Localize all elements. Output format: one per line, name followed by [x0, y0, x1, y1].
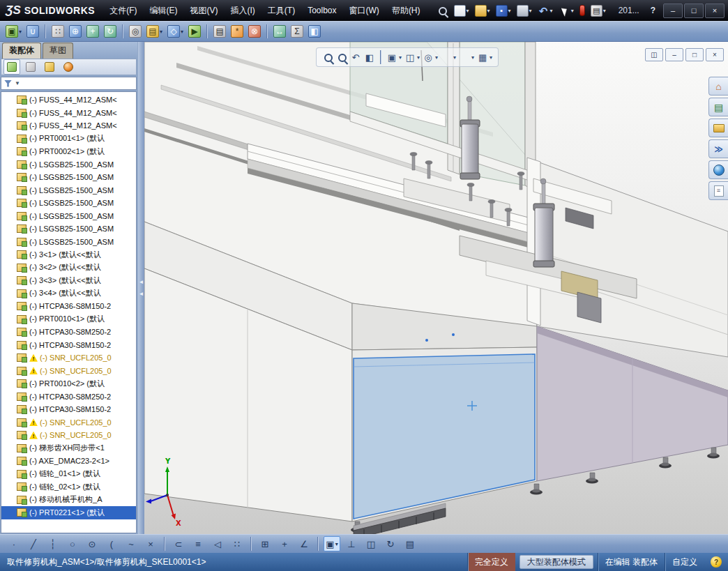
grid-icon[interactable]: ⊞ — [257, 536, 273, 551]
tab-assembly[interactable]: 装配体 — [2, 43, 41, 59]
circle-icon[interactable]: ○ — [64, 536, 81, 551]
move-component-icon[interactable]: + — [85, 23, 100, 40]
filter-dropdown-icon[interactable]: ▼ — [15, 80, 20, 86]
appearances-scenes-icon[interactable] — [708, 160, 728, 179]
collapse-arrow-icon[interactable]: ◄ — [139, 291, 144, 297]
spline-icon[interactable]: ~ — [123, 536, 139, 551]
maximize-button[interactable]: □ — [684, 3, 704, 18]
collapse-arrow-icon[interactable]: ◄ — [139, 279, 144, 285]
status-large-assembly-mode[interactable]: 大型装配体模式 — [520, 555, 593, 569]
edit-appearance-icon[interactable]: ▾ — [441, 52, 456, 63]
tree-item[interactable]: (-) 3<4> (默认<<默认 — [1, 287, 136, 300]
graphics-area[interactable]: Y X Z — [144, 42, 728, 534]
mate-icon[interactable]: ∪ — [25, 23, 40, 40]
interference-detection-icon[interactable]: ⊗ — [247, 23, 262, 40]
linear-sketch-pattern-icon[interactable]: ∷ — [229, 536, 245, 551]
menu-file[interactable]: 文件(F) — [103, 0, 143, 21]
line-icon[interactable]: ╱ — [25, 536, 42, 551]
solidworks-resources-icon[interactable]: ⌂ — [708, 77, 728, 96]
sketch-point-icon[interactable]: · — [6, 536, 22, 551]
menu-help[interactable]: 帮助(H) — [386, 0, 427, 21]
tree-item[interactable]: (-) 3<1> (默认<<默认 — [1, 248, 136, 261]
tree-item[interactable]: (-) LSGSB25-1500_ASM — [1, 184, 136, 197]
panel-splitter[interactable]: ◄ ◄ — [137, 42, 144, 534]
previous-view-icon[interactable]: ↶ — [350, 52, 361, 63]
undo-icon[interactable]: ↶ ▾ — [536, 2, 554, 19]
new-motion-study-icon[interactable]: ▶ — [187, 23, 202, 40]
save-icon[interactable]: ▪ ▾ — [494, 2, 513, 19]
arc-icon[interactable]: ( — [103, 536, 120, 551]
toolbox-icon[interactable] — [578, 2, 586, 19]
selected-panel-highlight[interactable] — [354, 333, 535, 519]
print-icon[interactable]: ▾ — [515, 2, 533, 19]
close-button[interactable]: × — [705, 3, 725, 18]
menu-tools[interactable]: 工具(T) — [261, 0, 301, 21]
offset-entities-icon[interactable]: ≡ — [190, 536, 206, 551]
window-split-icon[interactable]: ◫ — [645, 48, 663, 61]
featuremanager-tab-icon[interactable] — [3, 59, 20, 75]
sketch-mode-icon[interactable]: ▣ ▾ — [324, 536, 340, 551]
custom-properties-icon[interactable]: ≡ — [708, 181, 728, 200]
status-fully-defined[interactable]: 完全定义 — [467, 553, 515, 571]
angle-snap-icon[interactable]: ∠ — [296, 536, 312, 551]
view-settings-icon[interactable]: ▦ ▾ — [477, 52, 492, 63]
tree-item[interactable]: (-) PRT0010<1> (默认 — [1, 313, 136, 326]
reference-geometry-icon[interactable]: ◇ ▾ — [166, 23, 185, 40]
menu-edit[interactable]: 编辑(E) — [144, 0, 184, 21]
bill-of-materials-icon[interactable]: ▤ — [212, 23, 227, 40]
table-icon[interactable]: ▤ — [402, 536, 418, 551]
new-document-icon[interactable]: ▾ — [453, 2, 471, 19]
tree-item[interactable]: (-) PRT0002<1> (默认 — [1, 145, 136, 158]
smart-fasteners-icon[interactable]: ⊕ — [68, 23, 83, 40]
tab-sketch[interactable]: 草图 — [43, 43, 73, 59]
select-cursor-icon[interactable]: ▾ — [557, 2, 575, 19]
tree-item[interactable]: (-) FUSS_44_M12_ASM< — [1, 107, 136, 120]
tree-item[interactable]: (-) 链轮_01<1> (默认 — [1, 468, 136, 481]
configurationmanager-tab-icon[interactable] — [41, 59, 58, 75]
window-minimize-icon[interactable]: – — [665, 48, 683, 61]
tree-item[interactable]: (-) HTCPA30-S8M150-2 — [1, 339, 136, 352]
design-library-icon[interactable]: ▤ — [708, 98, 728, 116]
options-icon[interactable]: ▤ ▾ — [589, 2, 607, 19]
tree-filter[interactable]: ▼ — [1, 77, 137, 90]
centerline-icon[interactable]: ┆ — [45, 536, 61, 551]
tree-item[interactable]: (-) LSGSB25-1500_ASM — [1, 210, 136, 223]
tree-item[interactable]: (-) 链轮_02<1> (默认 — [1, 480, 136, 494]
menu-insert[interactable]: 插入(I) — [225, 0, 261, 21]
insert-component-icon[interactable]: ▣ ▾ — [4, 23, 23, 40]
file-explorer-icon[interactable] — [708, 119, 728, 137]
convert-entities-icon[interactable]: ⊂ — [170, 536, 187, 551]
minimize-button[interactable]: – — [663, 3, 683, 18]
tree-item[interactable]: (-) 移动机械手机构_A — [1, 494, 136, 507]
snap-icon[interactable]: + — [276, 536, 293, 551]
status-editing[interactable]: 在编辑 装配体 — [598, 553, 665, 571]
measure-icon[interactable]: ↔ — [272, 23, 287, 40]
tree-item[interactable]: (-) PRT0221<1> (默认 — [1, 506, 136, 519]
tree-item[interactable]: (-) FUSS_44_M12_ASM< — [1, 93, 136, 107]
zoom-area-icon[interactable] — [336, 52, 347, 63]
3d-scene[interactable]: Y X Z — [144, 42, 728, 534]
zoom-fit-icon[interactable] — [322, 52, 333, 63]
mirror-entities-icon[interactable]: ◁ — [209, 536, 226, 551]
trim-entities-icon[interactable]: × — [142, 536, 159, 551]
apply-scene-icon[interactable]: ▾ — [459, 52, 474, 63]
quick-tips-icon[interactable]: ? — [711, 556, 722, 568]
section-view-icon[interactable]: ◧ — [364, 52, 375, 63]
rotate-component-icon[interactable]: ↻ — [103, 23, 118, 40]
view-orientation-icon[interactable]: ▣ ▾ — [386, 52, 402, 63]
display-style-icon[interactable]: ◫ ▾ — [404, 52, 420, 63]
tree-item[interactable]: ! (-) SNR_UCFL205_0 — [1, 351, 136, 365]
menu-window[interactable]: 窗口(W) — [343, 0, 386, 21]
linear-component-pattern-icon[interactable]: ∷ — [50, 23, 66, 40]
tree-item[interactable]: (-) HTCPA36-S8M150-2 — [1, 300, 136, 313]
tree-item[interactable]: ! (-) SNR_UCFL205_0 — [1, 416, 136, 429]
tree-item[interactable]: (-) AXE_DMAC23-2<1> — [1, 455, 136, 468]
tree-item[interactable]: (-) 3<3> (默认<<默认 — [1, 274, 136, 287]
search-icon[interactable] — [435, 2, 450, 19]
tree-item[interactable]: ! (-) SNR_UCFL205_0 — [1, 429, 136, 442]
menu-toolbox[interactable]: Toolbox — [301, 0, 342, 21]
exploded-view-icon[interactable]: * — [229, 23, 245, 40]
update-view-icon[interactable]: ↻ — [382, 536, 399, 551]
status-customize[interactable]: 自定义 — [665, 553, 704, 571]
help-button[interactable]: ? — [645, 6, 661, 15]
